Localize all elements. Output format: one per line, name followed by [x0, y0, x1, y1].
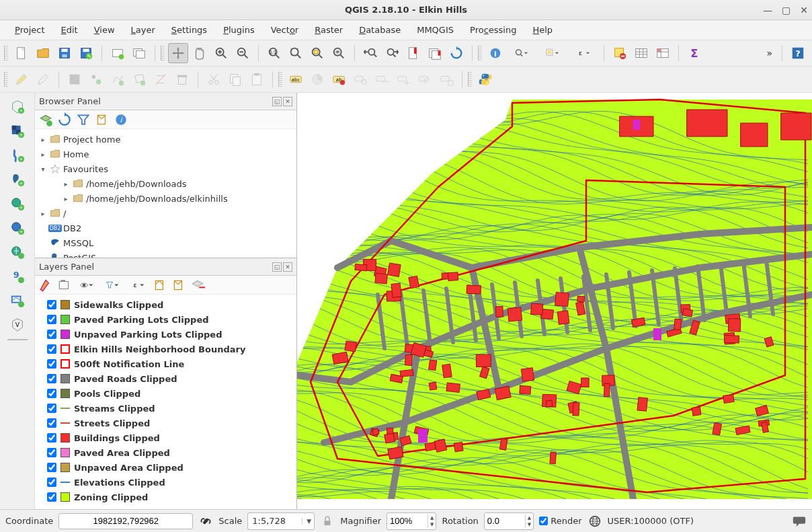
zoom-next-icon[interactable]	[382, 43, 402, 63]
scale-dropdown[interactable]: 1:5,728▼	[247, 512, 315, 530]
crs-text[interactable]: USER:100000 (OTF)	[608, 516, 694, 526]
browser-undock-icon[interactable]: ◱	[272, 97, 282, 106]
add-postgis-icon[interactable]: +	[5, 169, 30, 190]
browser-item[interactable]: ▸Home	[35, 147, 296, 161]
minimize-button[interactable]: —	[763, 5, 772, 15]
help-icon[interactable]: ?	[788, 43, 808, 63]
label-show-icon[interactable]	[372, 69, 392, 89]
layer-item[interactable]: 500ft Notification Line	[35, 356, 296, 371]
browser-collapse-icon[interactable]	[94, 112, 110, 128]
label-icon[interactable]: abc	[286, 69, 306, 89]
layer-item[interactable]: Zoning Clipped	[35, 490, 296, 504]
close-button[interactable]: ✕	[800, 5, 808, 15]
layer-item[interactable]: Paved Area Clipped	[35, 445, 296, 460]
label-pin-icon[interactable]	[350, 69, 370, 89]
label-change-icon[interactable]	[436, 69, 456, 89]
browser-filter-icon[interactable]	[75, 112, 91, 128]
messages-icon[interactable]	[792, 514, 807, 529]
add-layer-icon[interactable]	[38, 112, 54, 128]
coordinate-input[interactable]	[58, 513, 193, 529]
layer-item[interactable]: Elevations Clipped	[35, 475, 296, 490]
layer-style-icon[interactable]	[38, 277, 54, 293]
layer-item[interactable]: Unpaved Area Clipped	[35, 460, 296, 475]
add-raster-icon[interactable]: +	[5, 121, 30, 141]
copy-icon[interactable]	[225, 69, 245, 89]
pan-icon[interactable]	[168, 43, 188, 63]
layer-checkbox[interactable]	[47, 359, 56, 369]
browser-tree[interactable]: ▸Project home▸Home▾Favourites▸/home/jehb…	[35, 129, 296, 258]
scale-lock-icon[interactable]	[320, 514, 335, 529]
extents-toggle-icon[interactable]	[198, 514, 213, 529]
layer-item[interactable]: Streams Clipped	[35, 401, 296, 416]
layer-item[interactable]: Streets Clipped	[35, 416, 296, 430]
layer-visibility-icon[interactable]	[75, 277, 98, 293]
menu-mmqgis[interactable]: MMQGIS	[409, 22, 462, 38]
layer-item[interactable]: Sidewalks Clipped	[35, 297, 296, 312]
browser-item[interactable]: ▸Project home	[35, 132, 296, 147]
browser-item[interactable]: PostGIS	[35, 250, 296, 258]
add-polygon-icon[interactable]	[129, 69, 149, 89]
layer-checkbox[interactable]	[47, 448, 56, 457]
label-highlight-icon[interactable]: ab	[329, 69, 349, 89]
menu-view[interactable]: View	[86, 22, 123, 38]
refresh-icon[interactable]	[446, 43, 466, 63]
layer-checkbox[interactable]	[47, 433, 56, 443]
menu-help[interactable]: Help	[524, 22, 561, 38]
layer-item[interactable]: Paved Roads Clipped	[35, 371, 296, 386]
menu-project[interactable]: Project	[7, 22, 53, 38]
save-as-icon[interactable]: ✎	[76, 43, 96, 63]
menu-raster[interactable]: Raster	[307, 22, 351, 38]
stats-icon[interactable]: Σ	[684, 43, 704, 63]
layer-checkbox[interactable]	[47, 418, 56, 428]
new-bookmark-icon[interactable]	[403, 43, 423, 63]
layers-close-icon[interactable]: ✕	[283, 262, 292, 272]
layer-checkbox[interactable]	[47, 478, 56, 487]
layer-checkbox[interactable]	[47, 404, 56, 413]
save-edits-icon[interactable]	[65, 69, 85, 89]
layer-checkbox[interactable]	[47, 492, 56, 502]
layer-checkbox[interactable]	[47, 389, 56, 398]
add-vector-icon[interactable]: +	[5, 97, 30, 117]
layers-list[interactable]: Sidewalks ClippedPaved Parking Lots Clip…	[35, 295, 296, 509]
layer-item[interactable]: Buildings Clipped	[35, 430, 296, 445]
browser-item[interactable]: DB2DB2	[35, 221, 296, 235]
zoom-native-icon[interactable]: 1:1	[264, 43, 284, 63]
open-table-icon[interactable]	[631, 43, 651, 63]
layer-remove-icon[interactable]	[190, 277, 206, 293]
layer-expression-icon[interactable]: ε	[126, 277, 149, 293]
save-project-icon[interactable]	[54, 43, 75, 63]
add-wcs-icon[interactable]: +	[5, 218, 30, 238]
edit-toggle-icon[interactable]	[11, 69, 32, 89]
print-composer-icon[interactable]	[108, 43, 128, 63]
layers-undock-icon[interactable]: ◱	[272, 262, 282, 272]
layer-checkbox[interactable]	[47, 374, 56, 383]
menu-database[interactable]: Database	[351, 22, 409, 38]
layer-expand-icon[interactable]	[152, 277, 168, 293]
menu-vector[interactable]: Vector	[263, 22, 307, 38]
browser-close-icon[interactable]: ✕	[283, 97, 292, 106]
field-calc-icon[interactable]	[653, 43, 673, 63]
layer-item[interactable]: Pools Clipped	[35, 386, 296, 401]
pan-to-selection-icon[interactable]	[190, 43, 210, 63]
add-wfs-icon[interactable]	[5, 242, 30, 262]
browser-item[interactable]: ▸/	[35, 206, 296, 221]
python-console-icon[interactable]	[475, 69, 495, 89]
browser-item[interactable]: ▾Favourites	[35, 161, 296, 176]
magnifier-input[interactable]: ▲▼	[387, 512, 436, 530]
toolbar-overflow[interactable]: »	[762, 48, 776, 59]
label-move-icon[interactable]	[393, 69, 413, 89]
add-virtual-icon[interactable]	[5, 291, 30, 311]
layer-checkbox[interactable]	[47, 463, 56, 472]
layer-checkbox[interactable]	[47, 344, 56, 354]
new-project-icon[interactable]	[11, 43, 32, 63]
browser-refresh-icon[interactable]	[56, 112, 73, 128]
rotation-input[interactable]: ▲▼	[484, 512, 534, 530]
diagram-icon[interactable]	[307, 69, 327, 89]
label-rotate-icon[interactable]	[415, 69, 435, 89]
layer-item[interactable]: Unpaved Parking Lots Clipped	[35, 327, 296, 342]
menu-plugins[interactable]: Plugins	[215, 22, 263, 38]
menu-edit[interactable]: Edit	[53, 22, 86, 38]
new-shapefile-icon[interactable]: V	[5, 315, 30, 335]
render-checkbox[interactable]	[539, 517, 548, 525]
add-delimited-icon[interactable]: 9	[5, 266, 30, 287]
